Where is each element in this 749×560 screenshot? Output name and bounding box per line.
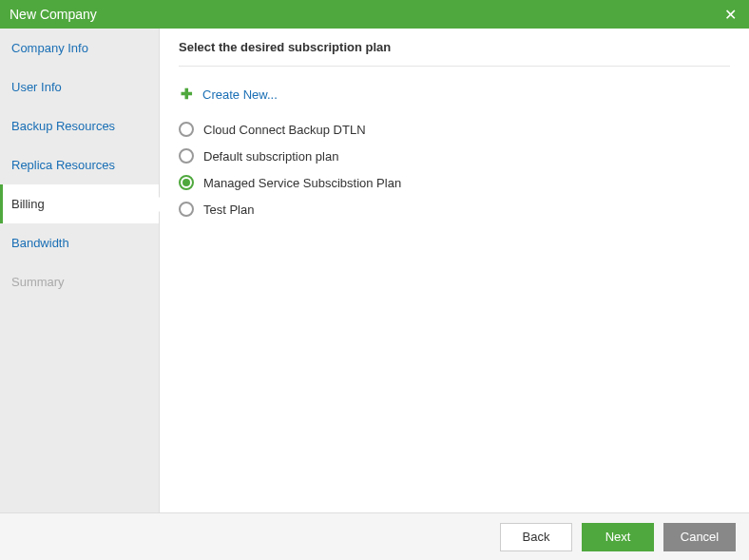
sidebar-item-label: Replica Resources: [11, 158, 115, 172]
sidebar-item-label: Company Info: [11, 41, 88, 55]
sidebar-item-replica-resources[interactable]: Replica Resources: [0, 145, 159, 184]
body-area: Company Info User Info Backup Resources …: [0, 29, 749, 512]
close-button[interactable]: ✕: [720, 5, 739, 24]
titlebar: New Company ✕: [0, 0, 749, 29]
radio-icon: [179, 202, 194, 217]
plan-option-test-plan[interactable]: Test Plan: [179, 196, 730, 222]
sidebar-item-backup-resources[interactable]: Backup Resources: [0, 106, 159, 145]
back-button[interactable]: Back: [500, 523, 572, 551]
sidebar-item-label: Summary: [11, 275, 65, 289]
plan-option-managed-service[interactable]: Managed Service Subscibstion Plan: [179, 169, 730, 196]
radio-icon: [179, 122, 194, 137]
create-new-label: Create New...: [202, 87, 278, 102]
sidebar-item-billing[interactable]: Billing: [0, 184, 159, 223]
plan-label: Cloud Connect Backup DTLN: [203, 123, 366, 137]
sidebar: Company Info User Info Backup Resources …: [0, 29, 160, 512]
main-content: Select the desired subscription plan ✚ C…: [160, 29, 749, 512]
plan-label: Test Plan: [203, 203, 254, 217]
plan-label: Managed Service Subscibstion Plan: [203, 176, 401, 190]
close-icon: ✕: [724, 6, 737, 24]
sidebar-item-label: Bandwidth: [11, 236, 69, 250]
radio-icon: [179, 148, 194, 164]
plus-icon: ✚: [181, 86, 193, 103]
sidebar-item-summary: Summary: [0, 262, 159, 301]
plan-option-default[interactable]: Default subscription plan: [179, 143, 730, 169]
footer: Back Next Cancel: [0, 512, 749, 560]
plan-label: Default subscription plan: [203, 149, 338, 164]
titlebar-title: New Company: [10, 7, 720, 22]
sidebar-item-label: Backup Resources: [11, 119, 115, 133]
sidebar-item-label: User Info: [11, 80, 62, 94]
sidebar-item-label: Billing: [11, 197, 45, 211]
next-button[interactable]: Next: [582, 523, 654, 551]
create-new-link[interactable]: ✚ Create New...: [181, 86, 730, 103]
plan-option-cloud-connect[interactable]: Cloud Connect Backup DTLN: [179, 116, 730, 143]
sidebar-item-bandwidth[interactable]: Bandwidth: [0, 223, 159, 262]
cancel-button[interactable]: Cancel: [663, 523, 736, 551]
sidebar-item-user-info[interactable]: User Info: [0, 68, 159, 106]
sidebar-item-company-info[interactable]: Company Info: [0, 29, 159, 68]
radio-icon-selected: [179, 175, 194, 190]
page-heading: Select the desired subscription plan: [179, 40, 730, 67]
